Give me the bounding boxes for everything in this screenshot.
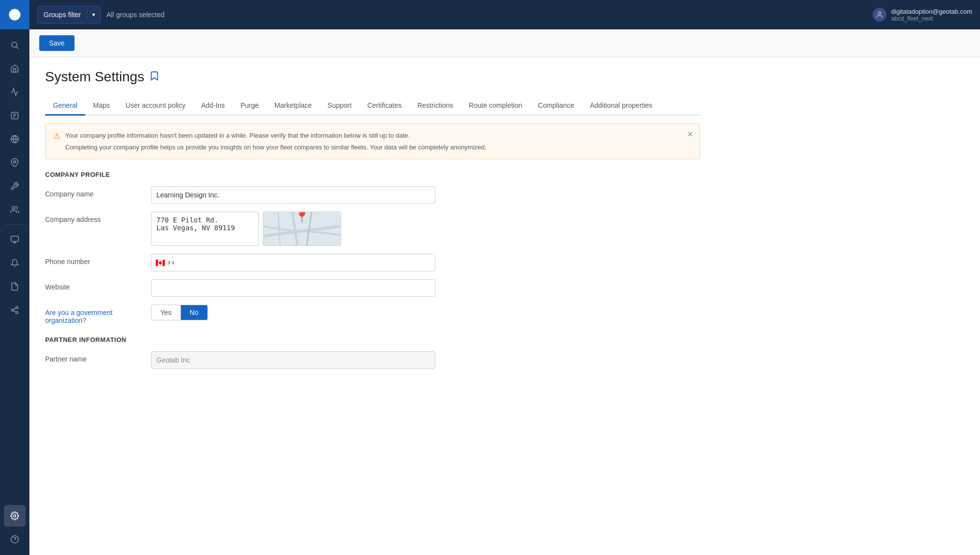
exceptions-icon[interactable] [4, 152, 25, 173]
phone-flag-icon: 🇨🇦 [155, 258, 165, 267]
company-address-textarea[interactable]: 770 E Pilot Rd. Las Vegas, NV 89119 [151, 212, 259, 246]
svg-point-16 [16, 312, 18, 314]
partner-name-field [151, 351, 435, 369]
svg-line-2 [16, 47, 18, 48]
company-name-label: Company name [45, 186, 143, 198]
help-icon[interactable] [4, 529, 25, 550]
sidebar-nav-bottom [4, 500, 25, 555]
alert-text: Your company profile information hasn't … [65, 131, 486, 152]
all-groups-selected-text: All groups selected [106, 11, 164, 19]
tab-marketplace[interactable]: Marketplace [267, 97, 320, 116]
govt-org-label: Are you a government organization? [45, 305, 143, 324]
wrench-icon[interactable] [4, 175, 25, 197]
govt-org-row: Are you a government organization? Yes N… [45, 305, 700, 324]
main-area: Groups filter ▾ All groups selected digi… [29, 0, 980, 555]
phone-label: Phone number [45, 254, 143, 265]
company-address-field: 770 E Pilot Rd. Las Vegas, NV 89119 📍 [151, 212, 435, 246]
company-name-input[interactable] [151, 186, 435, 204]
bookmark-icon[interactable] [149, 71, 160, 84]
groups-filter-chevron-icon: ▾ [87, 11, 100, 18]
company-name-row: Company name [45, 186, 700, 204]
users-icon[interactable] [4, 199, 25, 220]
tab-add-ins[interactable]: Add-Ins [193, 97, 232, 116]
activity-icon[interactable] [4, 81, 25, 103]
phone-chevron-icon: ⬆⬇ [167, 260, 175, 265]
page-content: System Settings General Maps User accoun… [29, 57, 716, 388]
alert-close-icon[interactable]: × [687, 130, 693, 139]
tab-support[interactable]: Support [320, 97, 359, 116]
search-icon[interactable] [4, 34, 25, 56]
alert-line1: Your company profile information hasn't … [65, 131, 486, 141]
user-fleet: abcd_fleet_next [891, 15, 972, 22]
save-bar: Save [29, 29, 980, 57]
phone-number-row: Phone number 🇨🇦 ⬆⬇ [45, 254, 700, 271]
map-preview[interactable]: 📍 [263, 212, 341, 246]
reports-icon[interactable] [4, 105, 25, 126]
phone-input[interactable] [178, 259, 431, 266]
svg-point-9 [14, 161, 16, 163]
monitor-icon[interactable] [4, 229, 25, 250]
tab-compliance[interactable]: Compliance [530, 97, 582, 116]
svg-line-18 [13, 308, 16, 310]
company-address-row: Company address 770 E Pilot Rd. Las Vega… [45, 212, 700, 246]
sidebar [0, 0, 29, 555]
svg-line-17 [13, 311, 16, 312]
settings-icon[interactable] [4, 505, 25, 527]
partner-name-input[interactable] [151, 351, 435, 369]
save-button[interactable]: Save [39, 35, 75, 51]
govt-yes-button[interactable]: Yes [151, 305, 181, 320]
user-avatar-icon [873, 8, 886, 22]
svg-point-10 [12, 206, 15, 209]
tab-route-completion[interactable]: Route completion [461, 97, 530, 116]
globe-icon[interactable] [4, 128, 25, 150]
alert-banner: ⚠ Your company profile information hasn'… [45, 123, 700, 159]
integrations-icon[interactable] [4, 299, 25, 321]
tab-purge[interactable]: Purge [232, 97, 266, 116]
website-label: Website [45, 279, 143, 291]
home-icon[interactable] [4, 58, 25, 79]
bell-icon[interactable] [4, 252, 25, 274]
page-title: System Settings [45, 69, 144, 85]
tab-certificates[interactable]: Certificates [359, 97, 409, 116]
warning-icon: ⚠ [53, 131, 60, 141]
govt-no-button[interactable]: No [181, 305, 207, 320]
tab-additional-properties[interactable]: Additional properties [582, 97, 660, 116]
website-row: Website [45, 279, 700, 297]
content-area: Save System Settings General Maps User a… [29, 29, 980, 555]
svg-point-15 [11, 309, 14, 312]
govt-org-field: Yes No [151, 305, 435, 320]
sidebar-logo[interactable] [0, 0, 29, 29]
tab-maps[interactable]: Maps [85, 97, 118, 116]
website-input[interactable] [151, 279, 435, 297]
document-icon[interactable] [4, 276, 25, 297]
company-profile-section-title: COMPANY PROFILE [45, 171, 700, 178]
svg-point-19 [14, 515, 16, 517]
govt-org-toggle: Yes No [151, 305, 208, 320]
groups-filter-label: Groups filter [38, 11, 87, 19]
alert-line2: Completing your company profile helps us… [65, 143, 486, 152]
tab-general[interactable]: General [45, 97, 85, 116]
tab-restrictions[interactable]: Restrictions [409, 97, 461, 116]
svg-point-1 [12, 42, 17, 48]
topbar: Groups filter ▾ All groups selected digi… [29, 0, 980, 29]
address-container: 770 E Pilot Rd. Las Vegas, NV 89119 📍 [151, 212, 435, 246]
phone-field: 🇨🇦 ⬆⬇ [151, 254, 435, 271]
company-name-field [151, 186, 435, 204]
sidebar-nav-top [4, 29, 25, 500]
svg-rect-11 [11, 236, 19, 241]
partner-name-label: Partner name [45, 351, 143, 363]
partner-name-row: Partner name [45, 351, 700, 369]
svg-point-22 [878, 12, 880, 14]
partner-info-section-title: PARTNER INFORMATION [45, 336, 700, 343]
tabs: General Maps User account policy Add-Ins… [45, 97, 700, 116]
company-address-label: Company address [45, 212, 143, 223]
groups-filter-button[interactable]: Groups filter ▾ [37, 6, 101, 24]
website-field [151, 279, 435, 297]
page-title-row: System Settings [45, 69, 700, 85]
sidebar-divider [5, 224, 25, 225]
map-pin-icon: 📍 [295, 212, 309, 224]
user-email: digitaladoption@geotab.com [891, 8, 972, 15]
tab-user-account-policy[interactable]: User account policy [118, 97, 193, 116]
user-details: digitaladoption@geotab.com abcd_fleet_ne… [891, 8, 972, 22]
phone-input-container[interactable]: 🇨🇦 ⬆⬇ [151, 254, 435, 271]
